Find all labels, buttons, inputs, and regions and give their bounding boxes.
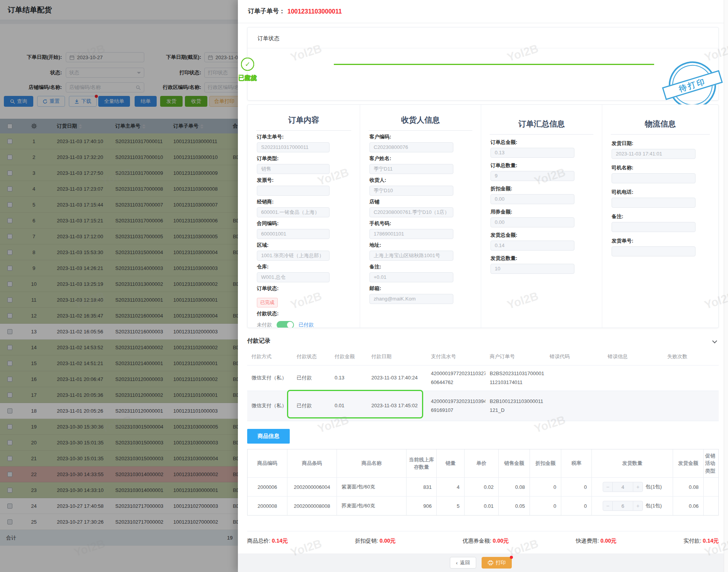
form-field: 仓库: W001.总仓 [257, 263, 360, 282]
form-field: 邮箱: zhang@maiK.Kom [369, 285, 481, 304]
field-value: 10 [490, 264, 574, 274]
form-field: 备注: [612, 213, 718, 232]
field-label: 邮箱: [369, 285, 481, 292]
field-label: 订单主单号: [257, 133, 360, 140]
collapse-chevron-icon[interactable] [712, 338, 717, 343]
total-value: 0.00元 [600, 538, 616, 544]
minus-button[interactable]: − [603, 501, 613, 511]
field-label: 客户编码: [369, 133, 481, 140]
paid-toggle[interactable] [277, 321, 294, 328]
form-field: 合同编码: 600001001 [257, 220, 360, 239]
field-value: S2023110317000011 [257, 142, 330, 152]
form-field: 发货总数量: 10 [490, 255, 602, 274]
field-value: C20230800076 [369, 142, 453, 152]
goods-row[interactable]: 2000006 2002000006004 紫薯面/包/60克 831 4 0.… [248, 477, 718, 496]
form-field: 司机电话: [612, 189, 718, 208]
chevron-left-icon: ‹ [456, 560, 458, 566]
field-label: 订单总金额: [490, 139, 602, 146]
field-label: 司机电话: [612, 189, 718, 196]
section-title-order: 订单内容 [256, 115, 351, 131]
field-value [612, 173, 696, 183]
qty-stepper: − 4 + 包(1包) [603, 482, 662, 492]
field-label: 合同编码: [257, 220, 360, 227]
form-field: 司机名称: [612, 164, 718, 183]
step-check-icon: ✓ [241, 58, 254, 71]
goods-table: 商品编码 商品条码 商品名称 当前线上库存数量 销量 单价 销售金额 折扣金额 … [247, 449, 719, 516]
field-label: 地址: [369, 242, 481, 249]
unit-label: 包(1包) [646, 483, 662, 490]
total-item: 快递费用: 0.00元 [576, 538, 616, 545]
order-info-card: 订单内容 订单主单号: S2023110317000011 订单类型: 销售 发… [247, 104, 719, 328]
form-field: 店铺 C202308000761.季宁D10（1店） [369, 198, 481, 217]
print-button[interactable]: 打印 [482, 557, 512, 569]
field-value [257, 186, 330, 196]
sub-order-number: 1001231103000011 [287, 8, 342, 15]
field-label: 订单总数量: [490, 162, 602, 169]
totals-bar: 商品总价: 0.14元折扣促销: 0.00元优惠券金额: 0.00元快递费用: … [247, 531, 719, 545]
field-label: 用券金额: [490, 208, 602, 215]
payment-row[interactable]: 微信支付（私） 已付款 0.13 2023-11-03 17:40:24 420… [247, 365, 719, 391]
drawer-header: 订单子单号： 1001231103000011 [238, 0, 728, 23]
field-label: 折扣金额: [490, 185, 602, 192]
field-value: 2023-11-03 17:41:01 [612, 149, 696, 159]
form-field: 订单总金额: 0.13 [490, 139, 602, 158]
vertical-scrollbar-track[interactable] [724, 0, 728, 572]
form-field: 发货日期: 2023-11-03 17:41:01 [612, 140, 718, 159]
field-label: 区域: [257, 242, 360, 249]
form-field: 用券金额: 0.00 [490, 208, 602, 227]
form-field: 区域: 1001.张亮冷链（上海总部） [257, 242, 360, 261]
field-value: 600001001 [257, 229, 330, 239]
receiver-column: 收货人信息 客户编码: C20230800076 客户姓名: 季宁D11 收货人… [360, 105, 481, 328]
form-field: 发票号: [257, 177, 360, 196]
total-item: 实付款: 0.14元 [684, 538, 719, 545]
pay-state-row: 未付款 已付款 [257, 321, 360, 328]
plus-button[interactable]: + [633, 501, 643, 511]
order-content-column: 订单内容 订单主单号: S2023110317000011 订单类型: 销售 发… [248, 105, 360, 328]
total-label: 商品总价: [247, 538, 270, 544]
field-value: 17869001101 [369, 229, 453, 239]
field-label: 收货人: [369, 177, 481, 184]
form-field: 订单类型: 销售 [257, 155, 360, 174]
pay-status-field: 付款状态: [257, 310, 360, 317]
status-tag: 已完成 [257, 298, 278, 307]
section-title-summary: 订单汇总信息 [490, 119, 593, 135]
printer-icon [488, 560, 493, 565]
total-value: 0.14元 [703, 538, 719, 544]
status-step: ✓ 已完成 [224, 58, 271, 82]
back-button[interactable]: ‹ 返回 [450, 557, 476, 569]
goods-info-tab[interactable]: 商品信息 [247, 429, 290, 444]
qty-value[interactable]: 4 [613, 482, 633, 492]
form-field: 地址: 上海上海宝山区锦秋路1001号 [369, 242, 481, 261]
field-value: C202308000761.季宁D10（1店） [369, 207, 453, 217]
section-title-logistics: 物流信息 [611, 119, 710, 135]
field-label: 发货总金额: [490, 232, 602, 239]
goods-row[interactable]: 2000008 2002000008008 荞麦面/包/60克 906 5 0.… [248, 496, 718, 515]
form-field: 订单主单号: S2023110317000011 [257, 133, 360, 152]
field-label: 客户姓名: [369, 155, 481, 162]
form-field: 收货人: 季宁D10 [369, 177, 481, 196]
payment-records-section: 付款记录 付款方式 付款状态 付款金额 付款日期 支付流水号 商户订单号 错误代… [247, 337, 719, 421]
form-field: 客户姓名: 季宁D11 [369, 155, 481, 174]
drawer-footer: ‹ 返回 打印 [238, 553, 724, 572]
field-label: 发货总数量: [490, 255, 602, 262]
plus-button[interactable]: + [633, 482, 643, 492]
field-value: 600001.一铭食品（上海） [257, 207, 330, 217]
paid-label: 已付款 [299, 321, 314, 328]
sub-order-label: 订单子单号： [248, 7, 285, 15]
field-value: 9 [490, 171, 574, 181]
field-value: 季宁D11 [369, 164, 453, 174]
form-field: 手机号码: 17869001101 [369, 220, 481, 239]
overlay-mask[interactable] [0, 0, 238, 572]
total-item: 折扣促销: 0.00元 [355, 538, 395, 545]
field-value: 销售 [257, 164, 330, 174]
payment-row[interactable]: 微信支付（私） 已付款 0.01 2023-11-03 17:45:02 420… [247, 391, 719, 421]
field-label: 仓库: [257, 263, 360, 270]
field-value: 0.13 [490, 148, 574, 158]
qty-value[interactable]: 6 [613, 501, 633, 511]
total-label: 快递费用: [576, 538, 599, 544]
minus-button[interactable]: − [603, 482, 613, 492]
field-value: 季宁D10 [369, 186, 453, 196]
page-root: 订单结单配货 下单日期(开始): 2023-10-27 下单日期(截至): 20… [0, 0, 728, 572]
order-status-field: 订单状态: [257, 285, 360, 292]
form-field: 经销商: 600001.一铭食品（上海） [257, 198, 360, 217]
